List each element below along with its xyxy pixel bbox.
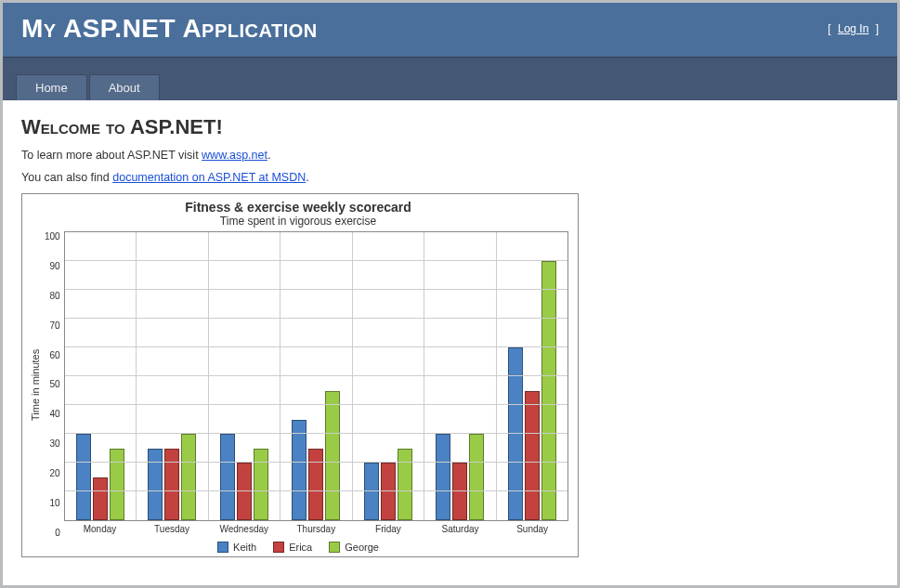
chart-container: Fitness & exercise weekly scorecard Time… [21, 193, 579, 557]
bar-keith [508, 347, 523, 520]
nav-bar: Home About [3, 57, 897, 100]
bar-keith [220, 434, 235, 520]
bar-erica [452, 463, 467, 520]
content-area: Welcome to ASP.NET! To learn more about … [3, 100, 897, 585]
xlabel: Friday [352, 521, 424, 538]
intro-paragraph-2: You can also find documentation on ASP.N… [21, 171, 879, 184]
xlabel: Tuesday [136, 521, 208, 538]
intro-paragraph-1: To learn more about ASP.NET visit www.as… [21, 149, 879, 162]
intro1-post: . [267, 149, 270, 162]
tab-about[interactable]: About [89, 74, 160, 100]
legend-label: George [345, 542, 379, 553]
bar-george [181, 434, 196, 520]
bar-keith [436, 434, 450, 520]
bar-group [497, 232, 567, 520]
page-heading: Welcome to ASP.NET! [21, 115, 879, 139]
legend-swatch [329, 542, 340, 553]
chart-ylabel: Time in minutes [28, 231, 43, 538]
bar-erica [308, 449, 323, 521]
ytick: 40 [45, 409, 60, 419]
chart-subtitle: Time spent in vigorous exercise [28, 215, 568, 228]
xlabel: Saturday [424, 521, 497, 538]
bar-erica [525, 391, 540, 521]
legend-item: Erica [273, 542, 312, 553]
ytick: 100 [45, 231, 60, 242]
ytick: 60 [45, 350, 60, 360]
bar-group [209, 232, 280, 520]
link-msdn[interactable]: documentation on ASP.NET at MSDN [112, 171, 306, 184]
legend-swatch [217, 542, 228, 553]
bar-george [398, 449, 412, 521]
bar-group [353, 232, 424, 520]
bar-george [110, 449, 124, 521]
ytick: 70 [45, 320, 60, 331]
ytick: 20 [45, 468, 60, 478]
bar-erica [237, 463, 252, 520]
ytick: 50 [45, 379, 60, 389]
app-title: My ASP.NET Application [21, 14, 318, 44]
login-area: [ Log In ] [828, 22, 879, 35]
header-bar: My ASP.NET Application [ Log In ] [3, 3, 897, 57]
xlabel: Thursday [280, 521, 353, 538]
ytick: 90 [45, 261, 60, 271]
intro2-pre: You can also find [21, 171, 112, 184]
chart-xaxis: MondayTuesdayWednesdayThursdayFridaySatu… [64, 521, 568, 538]
ytick: 30 [45, 438, 60, 449]
link-aspnet[interactable]: www.asp.net [202, 149, 267, 162]
xlabel: Monday [64, 521, 137, 538]
ytick: 0 [45, 528, 60, 538]
xlabel: Wednesday [208, 521, 280, 538]
bar-erica [381, 463, 396, 520]
bracket-right: ] [872, 22, 879, 35]
chart-plot [64, 231, 568, 521]
bar-keith [148, 449, 163, 521]
bar-george [325, 391, 340, 521]
bar-erica [164, 449, 179, 521]
bar-erica [93, 477, 108, 521]
legend-label: Keith [233, 542, 256, 553]
bar-group [137, 232, 208, 520]
bar-keith [292, 420, 307, 521]
chart-body: Time in minutes 1009080706050403020100 M… [28, 231, 568, 538]
bar-group [424, 232, 496, 520]
bar-keith [364, 463, 379, 520]
bar-george [254, 449, 268, 521]
chart-yaxis: 1009080706050403020100 [43, 231, 64, 538]
bar-keith [76, 434, 91, 520]
legend-item: George [329, 542, 379, 553]
bar-george [469, 434, 484, 520]
legend-label: Erica [289, 542, 312, 553]
intro2-post: . [306, 171, 308, 184]
chart-title: Fitness & exercise weekly scorecard [28, 200, 568, 215]
legend-item: Keith [217, 542, 256, 553]
bracket-left: [ [828, 22, 834, 35]
login-link[interactable]: Log In [834, 22, 872, 35]
bar-group [280, 232, 352, 520]
bar-group [65, 232, 137, 520]
xlabel: Sunday [496, 521, 568, 538]
ytick: 10 [45, 498, 60, 508]
intro1-pre: To learn more about ASP.NET visit [21, 149, 202, 162]
ytick: 80 [45, 291, 60, 301]
chart-legend: KeithEricaGeorge [28, 538, 568, 553]
bar-george [541, 261, 556, 520]
legend-swatch [273, 542, 284, 553]
tab-home[interactable]: Home [16, 74, 87, 100]
